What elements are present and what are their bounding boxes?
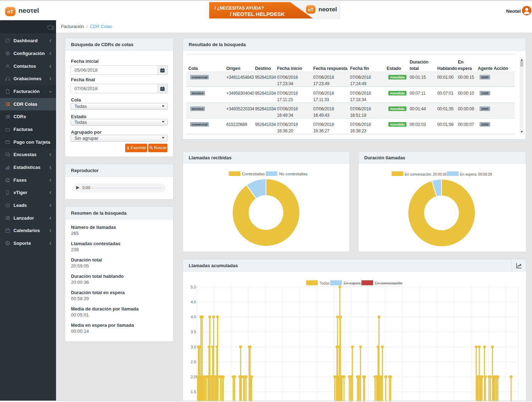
svg-text:nT: nT (7, 9, 13, 15)
svg-text:nT: nT (308, 7, 314, 12)
